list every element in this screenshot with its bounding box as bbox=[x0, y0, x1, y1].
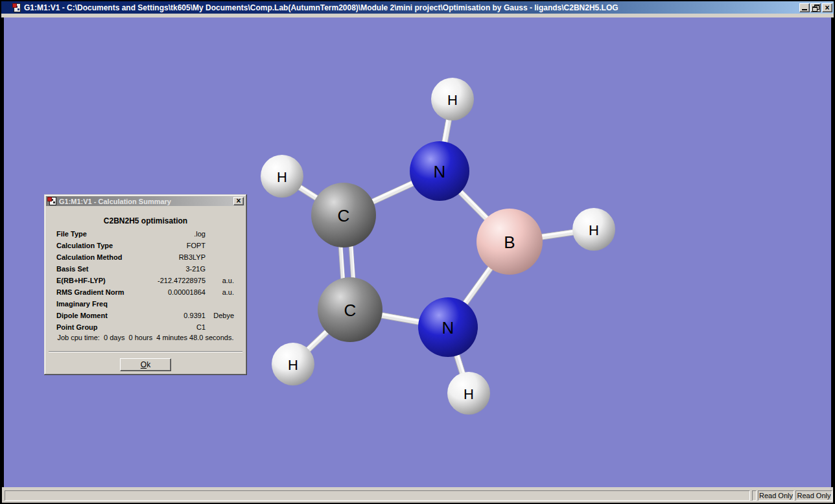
dialog-heading: C2BN2H5 optimisation bbox=[44, 216, 247, 225]
summary-rows: File Type.logCalculation TypeFOPTCalcula… bbox=[44, 228, 247, 333]
summary-row-value: -212.47228975 bbox=[125, 277, 206, 284]
summary-row-label: Imaginary Freq bbox=[56, 300, 108, 308]
close-icon: × bbox=[234, 196, 243, 205]
summary-row: RMS Gradient Norm0.00001864a.u. bbox=[44, 286, 247, 298]
atom-label-H-7: H bbox=[464, 386, 474, 402]
gaussview-screen: G1:M1:V1 - C:\Documents and Settings\tk6… bbox=[0, 0, 835, 504]
minimize-icon bbox=[802, 9, 807, 10]
gaussview-doc-icon bbox=[47, 197, 56, 205]
restore-button[interactable] bbox=[810, 3, 821, 12]
summary-row-label: Basis Set bbox=[56, 265, 89, 273]
read-only-badge-left: Read Only bbox=[758, 490, 794, 501]
summary-row: Dipole Moment0.9391Debye bbox=[44, 310, 247, 321]
ok-button[interactable]: Ok bbox=[120, 358, 171, 371]
summary-row-unit: Debye bbox=[208, 312, 234, 319]
summary-row-label: Calculation Method bbox=[56, 253, 122, 261]
window-controls: × bbox=[799, 3, 832, 12]
summary-row-value: FOPT bbox=[125, 242, 206, 249]
summary-row: Calculation MethodRB3LYP bbox=[44, 251, 247, 263]
summary-row-value: 0.9391 bbox=[125, 312, 206, 319]
summary-row: Point GroupC1 bbox=[44, 321, 247, 333]
read-only-badge-right: Read Only bbox=[795, 490, 832, 501]
summary-row: Calculation TypeFOPT bbox=[44, 240, 247, 251]
window-titlebar[interactable]: G1:M1:V1 - C:\Documents and Settings\tk6… bbox=[1, 1, 834, 14]
summary-row-label: E(RB+HF-LYP) bbox=[56, 277, 106, 284]
atom-label-H-5: H bbox=[589, 222, 599, 238]
summary-row: E(RB+HF-LYP)-212.47228975a.u. bbox=[44, 275, 247, 286]
summary-row-value: 3-21G bbox=[125, 265, 206, 273]
atom-label-C-2: C bbox=[338, 206, 350, 225]
status-message-field bbox=[5, 490, 750, 501]
atom-label-H-0: H bbox=[447, 92, 458, 108]
summary-row: Basis Set3-21G bbox=[44, 263, 247, 275]
dialog-separator bbox=[49, 351, 242, 352]
close-button[interactable]: × bbox=[822, 3, 832, 12]
summary-row-label: RMS Gradient Norm bbox=[56, 288, 124, 296]
job-cpu-time: Job cpu time: 0 days 0 hours 4 minutes 4… bbox=[44, 334, 247, 341]
atom-label-B-4: B bbox=[504, 233, 515, 252]
summary-row-label: Calculation Type bbox=[56, 242, 113, 249]
window-title: G1:M1:V1 - C:\Documents and Settings\tk6… bbox=[24, 3, 799, 12]
atom-label-H-3: H bbox=[277, 169, 287, 185]
summary-row: Imaginary Freq bbox=[44, 298, 247, 310]
summary-row-unit: a.u. bbox=[208, 288, 234, 296]
atom-label-N-6: N bbox=[442, 318, 454, 338]
summary-row-label: File Type bbox=[56, 230, 87, 238]
calculation-summary-dialog: G1:M1:V1 - Calculation Summary × C2BN2H5… bbox=[44, 194, 247, 375]
summary-row-value: C1 bbox=[125, 323, 206, 331]
minimize-button[interactable] bbox=[799, 3, 810, 12]
summary-row-label: Dipole Moment bbox=[56, 312, 108, 319]
dialog-title: G1:M1:V1 - Calculation Summary bbox=[59, 198, 171, 205]
dialog-titlebar[interactable]: G1:M1:V1 - Calculation Summary × bbox=[46, 196, 245, 206]
status-separator-panel bbox=[752, 490, 757, 501]
summary-row-label: Point Group bbox=[56, 323, 98, 331]
summary-row-value: .log bbox=[125, 230, 206, 238]
atom-label-N-1: N bbox=[434, 162, 446, 181]
atom-label-H-9: H bbox=[288, 357, 298, 373]
close-icon: × bbox=[823, 3, 832, 12]
summary-row-value: 0.00001864 bbox=[125, 288, 206, 296]
gaussview-app-icon bbox=[12, 3, 21, 12]
summary-row: File Type.log bbox=[44, 228, 247, 240]
summary-row-unit: a.u. bbox=[208, 277, 234, 284]
summary-row-value: RB3LYP bbox=[125, 253, 206, 261]
status-bar: Read Only Read Only bbox=[2, 487, 833, 503]
atom-label-C-8: C bbox=[344, 301, 357, 320]
dialog-close-button[interactable]: × bbox=[233, 197, 244, 205]
